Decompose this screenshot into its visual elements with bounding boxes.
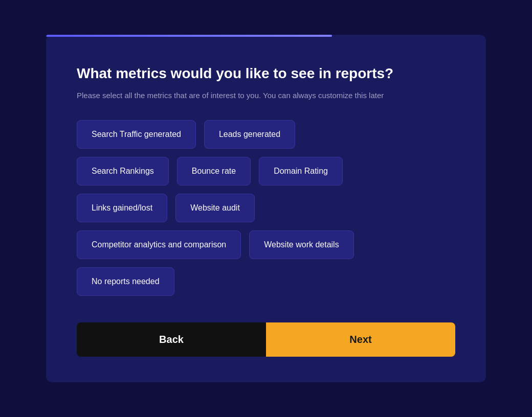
option-search-rankings[interactable]: Search Rankings: [77, 157, 169, 186]
progress-bar: [46, 35, 332, 37]
options-row-2: Search Rankings Bounce rate Domain Ratin…: [77, 157, 455, 186]
back-button[interactable]: Back: [77, 322, 266, 357]
footer-buttons: Back Next: [77, 322, 455, 357]
option-no-reports-needed[interactable]: No reports needed: [77, 267, 174, 296]
option-leads-generated[interactable]: Leads generated: [204, 120, 295, 149]
option-website-work-details[interactable]: Website work details: [249, 230, 353, 259]
progress-bar-container: [46, 35, 486, 37]
options-row-1: Search Traffic generated Leads generated: [77, 120, 455, 149]
next-button[interactable]: Next: [266, 322, 455, 357]
option-domain-rating[interactable]: Domain Rating: [259, 157, 343, 186]
page-subtitle: Please select all the metrics that are o…: [77, 90, 455, 102]
options-container: Search Traffic generated Leads generated…: [77, 120, 455, 298]
option-bounce-rate[interactable]: Bounce rate: [177, 157, 251, 186]
main-card: What metrics would you like to see in re…: [46, 35, 486, 382]
option-competitor-analytics[interactable]: Competitor analytics and comparison: [77, 230, 241, 259]
options-row-4: Competitor analytics and comparison Webs…: [77, 230, 455, 259]
option-website-audit[interactable]: Website audit: [175, 194, 255, 222]
options-row-5: No reports needed: [77, 267, 455, 296]
options-row-3: Links gained/lost Website audit: [77, 194, 455, 222]
page-title: What metrics would you like to see in re…: [77, 65, 455, 82]
option-search-traffic[interactable]: Search Traffic generated: [77, 120, 196, 149]
option-links-gained-lost[interactable]: Links gained/lost: [77, 194, 167, 222]
